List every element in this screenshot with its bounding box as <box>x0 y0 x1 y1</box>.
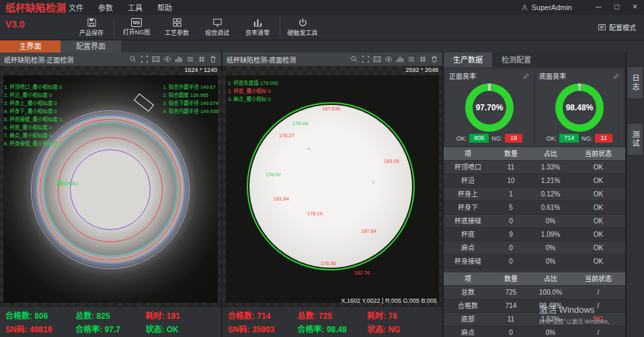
menu-help[interactable]: 帮助 <box>157 2 172 13</box>
annotation: 1. 拟合外圆半径 149.67 <box>163 83 218 91</box>
table-row: 杯顶喷口111.33%OK <box>444 161 625 174</box>
edit-icon[interactable] <box>523 73 530 79</box>
toolbar: 产品保存 NG 打开NG图 工艺参数 视觉调试 良率清零 硬触发工具 配置模式 <box>0 15 644 40</box>
production-data-panel: 生产数据 检测配置 正面良率 97.70% OK: 806 NG: <box>444 52 625 337</box>
hard-trigger-button[interactable]: 硬触发工具 <box>282 17 323 37</box>
edit-icon[interactable] <box>613 73 620 79</box>
save-product-button[interactable]: 产品保存 <box>71 17 112 37</box>
measurement-label: 187.64 <box>361 227 376 235</box>
histogram-icon[interactable] <box>396 55 404 63</box>
vision-debug-button[interactable]: 视觉调试 <box>197 17 237 37</box>
bottom-yield-donut: 98.48% <box>555 83 604 132</box>
ng-count-badge: 11 <box>595 134 612 143</box>
annotation: 1. 杯顶喷口_最小相似度 0 <box>4 83 62 91</box>
config-mode-button[interactable]: 配置模式 <box>598 22 636 32</box>
measurement-label: 176.27 <box>279 132 294 140</box>
grid-overlay-icon[interactable] <box>419 55 427 63</box>
stat-item: SN码: 35903 <box>228 323 298 334</box>
process-params-button[interactable]: 工艺参数 <box>157 17 197 37</box>
bottom-yield-percent: 98.48% <box>555 83 604 132</box>
fit-screen-icon[interactable] <box>140 55 149 63</box>
table-row: 总数725100.0%/ <box>444 286 625 299</box>
front-annotations-left: 1. 杯顶喷口_最小相似度 02. 杯沿_最小相似度 03. 杯身上_最小相似度… <box>4 83 62 148</box>
stat-item: 耗时: 191 <box>145 309 215 321</box>
maximize-button[interactable]: □ <box>608 0 626 15</box>
zoom-icon[interactable] <box>350 55 358 63</box>
measurement-label: 183.05 <box>384 157 399 165</box>
pixel-coordinates: X,1602 Y,0022 | R:005 G:005 B:005 <box>341 297 437 304</box>
tab-log[interactable]: 日志 <box>628 67 643 98</box>
bottom-inspection-panel: 纸杯缺陷检测-底面检测 2592 * 2048 1. 杯 <box>223 52 442 337</box>
front-image-view[interactable]: 1624 * 1240 1. 杯顶喷口_最小相似度 02. 杯沿_最小相似度 0… <box>0 66 221 306</box>
stat-item: 总数: 825 <box>75 309 145 321</box>
tab-production-data[interactable]: 生产数据 <box>444 52 492 67</box>
monitor-icon <box>212 17 223 28</box>
fit-screen-icon[interactable] <box>362 55 370 63</box>
front-panel-title: 纸杯缺陷检测-正面检测 <box>4 54 73 65</box>
list-icon[interactable] <box>407 55 415 63</box>
grid-overlay-icon[interactable] <box>198 55 206 63</box>
measurement-label: 181.84 <box>274 195 289 203</box>
menubar: 文件 参数 工具 帮助 <box>69 2 187 13</box>
table-row: 杯底91.09%OK <box>444 228 625 241</box>
config-mode-icon <box>598 23 606 32</box>
trash-icon[interactable] <box>430 55 438 63</box>
annotation: 5. 杯底接缝_最小相似度 0 <box>4 116 62 124</box>
table-row: 麻点00%OK <box>444 241 625 255</box>
save-icon <box>87 17 97 28</box>
stat-item: 总数: 725 <box>298 309 368 321</box>
open-ng-image-button[interactable]: NG 打开NG图 <box>116 18 157 36</box>
menu-tools[interactable]: 工具 <box>128 2 143 13</box>
measurement-label: 178.36 <box>321 260 336 268</box>
front-inspection-panel: 纸杯缺陷检测-正面检测 1624 * 1240 <box>0 52 221 337</box>
menu-params[interactable]: 参数 <box>98 2 113 13</box>
stat-item: 合格率: 97.7 <box>75 323 145 334</box>
front-yield-donut: 97.70% <box>465 83 514 132</box>
bottom-okng: OK: 714 NG: 11 <box>539 134 620 143</box>
stat-item: 合格数: 806 <box>5 309 75 321</box>
ok-count-badge: 714 <box>559 134 579 143</box>
defect-table: 项数量占比当前状态杯顶喷口111.33%OK杯沿101.21%OK杯身上10.1… <box>444 147 625 268</box>
tab-config-view[interactable]: 配置界面 <box>61 40 121 52</box>
stat-item: 状态: NG <box>367 323 437 334</box>
minimize-button[interactable]: ─ <box>590 0 608 15</box>
eye-icon[interactable] <box>385 55 393 63</box>
front-yield-title: 正面良率 <box>449 71 476 81</box>
eye-icon[interactable] <box>163 55 171 63</box>
one-to-one-icon[interactable] <box>373 55 381 63</box>
zoom-icon[interactable] <box>129 55 137 63</box>
app-title: 纸杯缺陷检测 V3.0 <box>5 2 66 30</box>
annotation: 4. 杯身下_最小相似度 0 <box>4 108 62 116</box>
ng-image-icon: NG <box>131 18 143 27</box>
one-to-one-icon[interactable] <box>152 55 160 63</box>
measurement-label: + <box>372 179 374 187</box>
bottom-image-view[interactable]: 2592 * 2048 1. 杯底灰度值 179.0922. 杯底_最小相似 0… <box>223 66 442 306</box>
measurement-labels: 187.636179.09176.27+183.05176.92+181.841… <box>223 66 442 306</box>
tab-inspection-config[interactable]: 检测配置 <box>492 52 540 67</box>
tab-test[interactable]: 测试 <box>628 124 643 155</box>
bottom-stats: 合格数: 714总数: 725耗时: 76 SN码: 35903合格率: 98.… <box>223 306 442 337</box>
table-header-row: 项数量占比当前状态 <box>444 147 625 161</box>
measurement-label: 179.09 <box>292 120 308 128</box>
grid-icon <box>172 17 182 28</box>
annotation: 4. 拟合内圆半径 149.936 <box>163 108 218 116</box>
measurement-label: 187.636 <box>322 105 340 113</box>
yield-reset-button[interactable]: 良率清零 <box>237 17 278 37</box>
histogram-icon[interactable] <box>175 55 183 63</box>
measurement-label: 176.92 <box>266 171 281 179</box>
close-button[interactable]: × <box>626 0 644 15</box>
table-row: 杯身接缝00%OK <box>444 255 625 268</box>
table-row: 杯底接缝00%OK <box>444 215 625 228</box>
app-version: V3.0 <box>5 19 66 31</box>
user-name: SuperAdmin <box>531 3 572 11</box>
toolbar-separator <box>280 19 280 36</box>
menu-file[interactable]: 文件 <box>69 2 83 13</box>
tab-main-view[interactable]: 主界面 <box>0 40 61 52</box>
user-account[interactable]: SuperAdmin <box>521 3 572 11</box>
stat-item: 状态: OK <box>145 323 215 334</box>
list-icon[interactable] <box>186 55 194 63</box>
trash-icon[interactable] <box>209 55 217 63</box>
annotation: 2. 拟合圆度 139.985 <box>163 91 218 100</box>
table-header-row: 项数量占比当前状态 <box>444 272 625 286</box>
toolbar-separator <box>114 19 114 36</box>
